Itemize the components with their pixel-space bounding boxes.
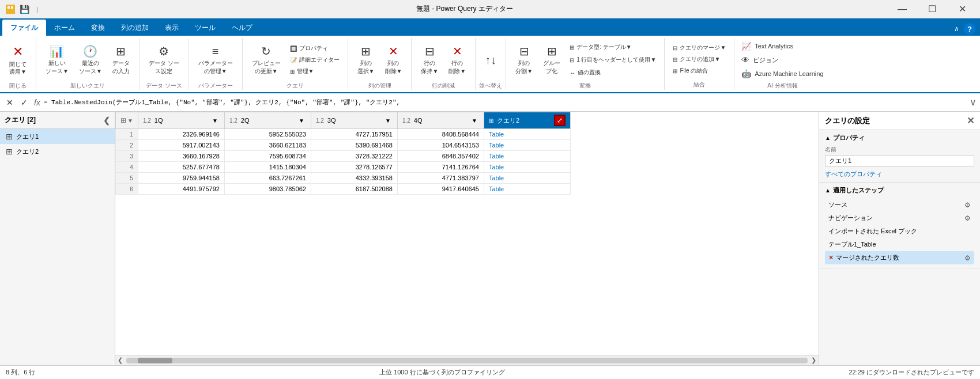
group-by-label: グループ化: [543, 59, 560, 75]
expand-col-btn[interactable]: ⤢: [554, 115, 566, 126]
append-queries-btn[interactable]: ⊟ クエリの追加▼: [669, 54, 729, 65]
close-btn[interactable]: ✕: [949, 1, 975, 18]
formula-input[interactable]: [44, 96, 966, 109]
azure-ml-btn[interactable]: 🤖 Azure Machine Learning: [739, 68, 826, 79]
step-source-gear-icon[interactable]: ⚙: [964, 201, 971, 209]
step-navigation-label: ナビゲーション: [828, 214, 873, 222]
help-button[interactable]: ?: [964, 23, 975, 35]
replace-values-btn[interactable]: ↔ 値の置換: [566, 67, 659, 78]
step-merged[interactable]: ✕ マージされたクエリ数 ⚙: [825, 251, 974, 264]
keep-rows-btn[interactable]: ⊟ 行の保持▼: [416, 40, 443, 79]
q2-cell: 5952.555023: [224, 129, 311, 140]
manage-params-btn[interactable]: ≡ パラメーターの管理▼: [194, 40, 238, 79]
group-by-btn[interactable]: ⊞ グループ化: [538, 40, 565, 79]
step-imported-excel[interactable]: インポートされた Excel ブック: [825, 225, 974, 238]
tab-home[interactable]: ホーム: [46, 20, 83, 36]
steps-title: ▲ 適用したステップ: [825, 186, 974, 195]
query-item-1[interactable]: ⊞ クエリ1: [0, 129, 115, 144]
new-source-btn[interactable]: 📊 新しいソース▼: [41, 40, 73, 79]
text-analytics-btn[interactable]: 📈 Text Analytics: [739, 40, 796, 52]
manage-label: 管理▼: [297, 67, 314, 75]
tab-view[interactable]: 表示: [157, 20, 187, 36]
manage-btn[interactable]: ⊞ 管理▼: [287, 66, 343, 77]
merge-icon: ⊟: [673, 45, 677, 51]
step-table1-label: テーブル1_Table: [828, 240, 876, 249]
query-name-input[interactable]: [825, 155, 974, 166]
select-dropdown-icon[interactable]: ▼: [127, 118, 133, 124]
row-num-cell: 4: [116, 162, 138, 173]
datasource-settings-btn[interactable]: ⚙ データ ソース設定: [144, 40, 184, 79]
step-merged-gear-icon[interactable]: ⚙: [964, 254, 971, 262]
all-props-link[interactable]: すべてのプロパティ: [825, 170, 882, 177]
tab-tools[interactable]: ツール: [187, 20, 224, 36]
sort-group-label: 並べ替え: [479, 82, 502, 91]
step-imported-excel-label: インポートされた Excel ブック: [828, 227, 917, 236]
name-label: 名前: [825, 146, 974, 154]
data-input-btn[interactable]: ⊞ データの入力: [108, 40, 134, 79]
formula-cancel-btn[interactable]: ✕: [3, 96, 16, 109]
preview-refresh-btn[interactable]: ↻ プレビューの更新▼: [247, 40, 285, 79]
scroll-right-btn[interactable]: ❯: [811, 357, 816, 364]
formula-confirm-btn[interactable]: ✓: [18, 96, 31, 109]
recent-source-btn[interactable]: 🕐 最近のソース▼: [74, 40, 107, 79]
step-navigation[interactable]: ナビゲーション ⚙: [825, 211, 974, 225]
tab-transform[interactable]: 変換: [83, 20, 113, 36]
steps-section: ▲ 適用したステップ ソース ⚙ ナビゲーション ⚙ インポートされた Exce…: [819, 183, 980, 268]
step-navigation-gear-icon[interactable]: ⚙: [964, 214, 971, 222]
scroll-left-btn[interactable]: ❮: [118, 357, 123, 364]
tab-help[interactable]: ヘルプ: [224, 20, 261, 36]
q4-cell: 8408.568444: [397, 129, 484, 140]
query-settings-close-btn[interactable]: ✕: [967, 115, 974, 126]
choose-cols-btn[interactable]: ⊞ 列の選択▼: [353, 40, 379, 79]
query-panel-collapse-btn[interactable]: ❮: [103, 116, 110, 125]
window-controls[interactable]: — ☐ ✕: [889, 1, 975, 18]
ribbon-help-area: ∧ ?: [954, 23, 975, 35]
keep-rows-icon: ⊟: [425, 44, 435, 58]
detail-editor-btn[interactable]: 📝 詳細エディター: [287, 54, 343, 66]
remove-cols-icon: ✕: [389, 44, 398, 58]
step-merged-x-icon[interactable]: ✕: [828, 254, 834, 261]
col-filter-3q[interactable]: ▼: [383, 117, 393, 124]
file-combine-label: File の結合: [680, 67, 708, 75]
formula-expand-btn[interactable]: ∨: [970, 97, 977, 108]
properties-btn[interactable]: 🔲 プロパティ: [287, 43, 343, 54]
svg-rect-0: [6, 5, 15, 14]
minimize-btn[interactable]: —: [889, 1, 915, 18]
sort-asc-btn[interactable]: ↑↓: [480, 40, 501, 79]
data-table-wrapper[interactable]: ⊞ ▼ 1.2 1Q ▼: [115, 112, 819, 355]
close-apply-btn[interactable]: ✕ 閉じて適用▼: [5, 40, 31, 79]
split-col-btn[interactable]: ⊟ 列の分割▼: [511, 40, 537, 79]
ribbon-group-sort: ↑↓ 並べ替え: [476, 38, 506, 90]
remove-cols-btn[interactable]: ✕ 列の削除▼: [380, 40, 407, 79]
maximize-btn[interactable]: ☐: [919, 1, 945, 18]
data-type-btn[interactable]: ⊞ データ型: テーブル▼: [566, 41, 659, 53]
step-table1[interactable]: テーブル1_Table: [825, 238, 974, 251]
scrollbar-thumb[interactable]: [138, 358, 172, 363]
split-col-label: 列の分割▼: [515, 59, 533, 75]
col-filter-1q[interactable]: ▼: [210, 117, 220, 124]
row-indicator-header: ⊞ ▼: [116, 112, 138, 129]
col-filter-4q[interactable]: ▼: [470, 117, 479, 124]
tab-add-column[interactable]: 列の追加: [113, 20, 157, 36]
horizontal-scrollbar[interactable]: ❮ ❯: [115, 355, 819, 365]
q1-cell: 2326.969146: [138, 129, 224, 140]
vision-btn[interactable]: 👁 ビジョン: [739, 54, 781, 66]
q1-cell: 4491.975792: [138, 184, 224, 195]
q3-cell: 5390.691468: [311, 140, 397, 151]
row-num-cell: 2: [116, 140, 138, 151]
properties-icon: 🔲: [290, 46, 297, 52]
status-col-row: 8 列、6 行: [6, 368, 35, 377]
col-filter-2q[interactable]: ▼: [297, 117, 306, 124]
remove-rows-btn[interactable]: ✕ 行の削除▼: [444, 40, 470, 79]
ribbon-collapse-btn[interactable]: ∧: [954, 25, 959, 33]
merge-queries-btn[interactable]: ⊟ クエリのマージ▼: [669, 42, 729, 54]
first-row-header-btn[interactable]: ⊟ 1 行目をヘッダーとして使用▼: [566, 54, 659, 66]
save-btn[interactable]: 💾: [20, 5, 29, 14]
ribbon-group-datasource: ⚙ データ ソース設定 データ ソース: [140, 38, 189, 90]
query-item-2[interactable]: ⊞ クエリ2: [0, 144, 115, 159]
file-combine-btn[interactable]: ⊞ File の結合: [669, 65, 729, 77]
step-source[interactable]: ソース ⚙: [825, 198, 974, 211]
tab-file[interactable]: ファイル: [2, 20, 46, 36]
datasource-label: データ ソース設定: [149, 59, 179, 75]
col-header-1q: 1.2 1Q ▼: [138, 112, 224, 129]
